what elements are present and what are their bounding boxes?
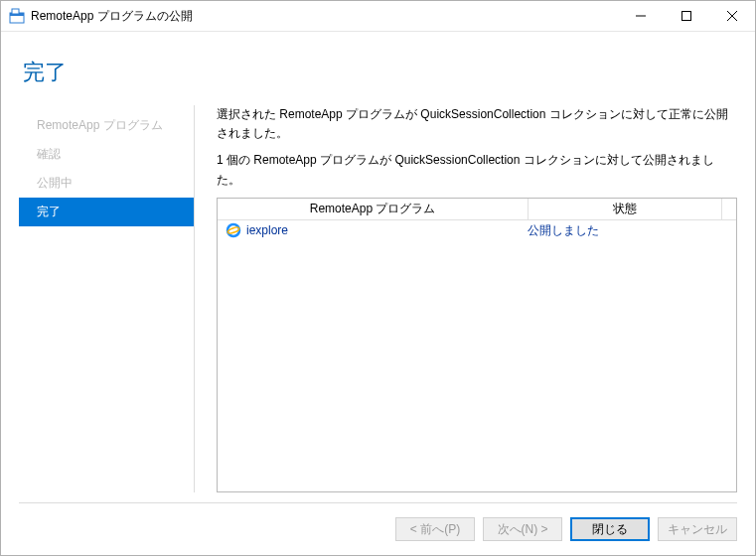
program-name: iexplore xyxy=(246,223,288,237)
body-row: RemoteApp プログラム 確認 公開中 完了 選択された RemoteAp… xyxy=(19,105,737,502)
result-message-2: 1 個の RemoteApp プログラムが QuickSessionCollec… xyxy=(217,151,737,197)
window-title: RemoteApp プログラムの公開 xyxy=(31,8,618,25)
col-header-program[interactable]: RemoteApp プログラム xyxy=(218,199,529,220)
main-panel: 選択された RemoteApp プログラムが QuickSessionColle… xyxy=(217,105,737,492)
step-publishing: 公開中 xyxy=(19,169,194,198)
wizard-steps: RemoteApp プログラム 確認 公開中 完了 xyxy=(19,105,194,492)
close-wizard-button[interactable]: 閉じる xyxy=(570,517,650,541)
page-heading: 完了 xyxy=(19,32,737,105)
minimize-button[interactable] xyxy=(618,1,664,31)
footer-buttons: < 前へ(P) 次へ(N) > 閉じる キャンセル xyxy=(19,502,737,555)
svg-rect-2 xyxy=(12,9,19,14)
programs-table: RemoteApp プログラム 状態 iexplore xyxy=(217,198,737,492)
col-header-spacer xyxy=(722,199,736,220)
app-icon xyxy=(9,8,25,24)
svg-rect-4 xyxy=(682,12,691,21)
step-remoteapp: RemoteApp プログラム xyxy=(19,111,194,140)
window-controls xyxy=(618,1,755,31)
cancel-button: キャンセル xyxy=(658,517,737,541)
vertical-divider xyxy=(194,105,195,492)
content: 完了 RemoteApp プログラム 確認 公開中 完了 選択された Remot… xyxy=(1,32,755,555)
step-complete[interactable]: 完了 xyxy=(19,198,194,226)
col-header-state[interactable]: 状態 xyxy=(529,199,722,220)
next-button: 次へ(N) > xyxy=(483,517,562,541)
cell-state: 公開しました xyxy=(528,222,728,239)
cell-program: iexplore xyxy=(226,222,528,238)
close-button[interactable] xyxy=(709,1,755,31)
titlebar: RemoteApp プログラムの公開 xyxy=(1,1,755,32)
maximize-button[interactable] xyxy=(664,1,709,31)
step-confirm: 確認 xyxy=(19,140,194,169)
table-row[interactable]: iexplore 公開しました xyxy=(218,220,736,241)
prev-button: < 前へ(P) xyxy=(395,517,475,541)
ie-icon xyxy=(226,222,241,238)
table-header: RemoteApp プログラム 状態 xyxy=(218,199,736,220)
result-message-1: 選択された RemoteApp プログラムが QuickSessionColle… xyxy=(217,105,737,151)
